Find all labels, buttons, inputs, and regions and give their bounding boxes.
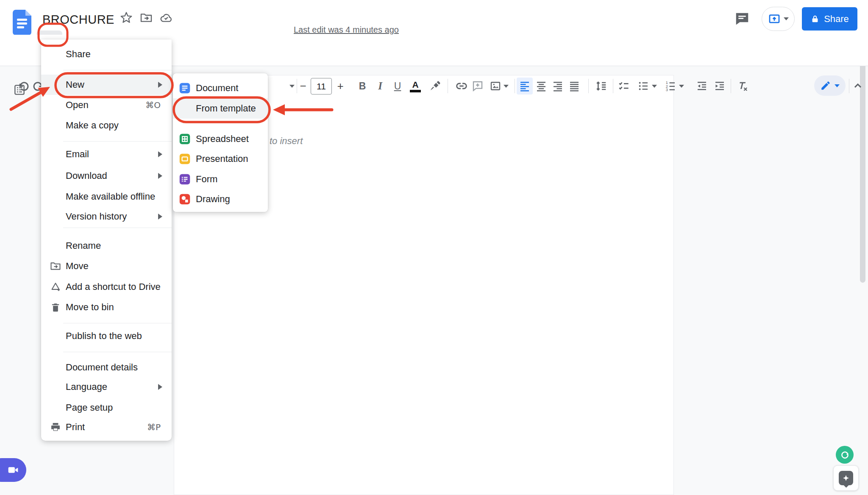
line-spacing-icon	[594, 79, 608, 93]
submenu-item-presentation[interactable]: Presentation	[173, 149, 268, 169]
align-left-icon	[518, 80, 531, 92]
file-menu-item-add-shortcut-to-drive[interactable]: Add a shortcut to Drive	[41, 277, 172, 297]
add-comment-button[interactable]	[470, 78, 486, 95]
file-menu-item-open[interactable]: Open ⌘O	[41, 95, 172, 115]
checklist-button[interactable]	[616, 78, 632, 95]
align-left-button[interactable]	[517, 78, 533, 95]
document-title[interactable]: BROCHURE	[42, 13, 114, 27]
increase-indent-button[interactable]	[712, 78, 728, 95]
file-menu: Share New Open ⌘O Make a copy Email Down…	[41, 39, 172, 441]
italic-button[interactable]: I	[373, 78, 387, 95]
file-menu-item-page-setup[interactable]: Page setup	[41, 398, 172, 418]
submenu-arrow-icon	[158, 214, 162, 220]
clear-formatting-icon	[736, 80, 749, 92]
submenu-item-from-template[interactable]: From template	[173, 98, 268, 119]
align-center-button[interactable]	[533, 78, 549, 95]
grammarly-button[interactable]	[836, 446, 854, 464]
submenu-arrow-icon	[158, 82, 162, 88]
font-size-input[interactable]: 11	[311, 78, 332, 95]
submenu-item-spreadsheet[interactable]: Spreadsheet	[173, 129, 268, 149]
vertical-scrollbar-thumb[interactable]	[860, 62, 865, 283]
increase-font-size-button[interactable]: +	[333, 78, 348, 95]
file-menu-item-share[interactable]: Share	[41, 44, 172, 64]
explore-button[interactable]	[833, 465, 859, 491]
text-color-glyph: A	[412, 80, 418, 89]
file-menu-item-language[interactable]: Language	[41, 377, 172, 397]
toolbar-separator	[515, 79, 515, 93]
editing-mode-button[interactable]	[814, 75, 846, 96]
file-menu-item-document-details[interactable]: Document details	[41, 357, 172, 378]
insert-image-caret	[504, 85, 509, 88]
menu-separator	[63, 228, 172, 228]
shortcut-label: ⌘P	[147, 422, 161, 432]
lock-icon	[810, 14, 820, 24]
sheets-file-icon	[179, 133, 191, 145]
file-menu-item-print[interactable]: Print ⌘P	[41, 417, 172, 437]
file-menu-item-move[interactable]: Move	[41, 256, 172, 276]
toolbar-separator	[448, 79, 448, 93]
highlight-color-button[interactable]	[427, 78, 443, 95]
text-color-button[interactable]: A	[408, 78, 423, 95]
underline-button[interactable]: U	[390, 78, 405, 95]
hide-menus-button[interactable]	[850, 78, 865, 95]
present-button[interactable]	[762, 7, 795, 31]
new-submenu: Document From template Spreadsheet Prese…	[173, 73, 268, 212]
menu-separator	[63, 141, 172, 142]
header: BROCHURE File Edit View Insert Format To…	[0, 0, 868, 35]
increase-indent-icon	[713, 80, 726, 92]
insert-image-icon	[489, 80, 502, 92]
toolbar-separator	[613, 79, 613, 93]
insert-link-button[interactable]	[453, 78, 470, 95]
file-menu-item-rename[interactable]: Rename	[41, 236, 172, 256]
bullet-list-icon	[637, 80, 650, 92]
file-menu-item-version-history[interactable]: Version history	[41, 206, 172, 227]
file-menu-item-download[interactable]: Download	[41, 166, 172, 186]
link-icon	[455, 79, 468, 93]
clear-formatting-button[interactable]	[734, 78, 751, 95]
numbered-list-caret	[679, 85, 684, 88]
file-menu-item-publish-to-web[interactable]: Publish to the web	[41, 326, 172, 346]
insert-image-button[interactable]	[487, 78, 510, 95]
bullet-list-button[interactable]	[635, 78, 659, 95]
numbered-list-button[interactable]: 1 2 3	[662, 78, 686, 95]
decrease-font-size-button[interactable]: −	[296, 78, 310, 95]
menu-separator	[63, 70, 172, 70]
editing-mode-caret	[835, 84, 840, 87]
decrease-indent-icon	[696, 80, 708, 92]
grammarly-icon	[839, 449, 851, 461]
share-button[interactable]: Share	[802, 7, 857, 31]
file-menu-item-make-available-offline[interactable]: Make available offline	[41, 186, 172, 207]
bold-button[interactable]: B	[355, 78, 370, 95]
toolbar-separator	[731, 79, 731, 93]
align-right-button[interactable]	[550, 78, 566, 95]
present-dropdown-caret	[784, 17, 789, 20]
video-camera-icon	[6, 463, 20, 477]
undo-button[interactable]	[16, 78, 31, 95]
file-menu-item-email[interactable]: Email	[41, 144, 172, 164]
edit-pencil-icon	[820, 80, 831, 91]
cloud-saved-icon[interactable]	[159, 11, 173, 25]
submenu-item-form[interactable]: Form	[173, 169, 268, 189]
submenu-item-drawing[interactable]: Drawing	[173, 189, 268, 209]
slides-file-icon	[179, 153, 191, 165]
share-button-label: Share	[824, 14, 849, 25]
last-edit-link[interactable]: Last edit was 4 minutes ago	[294, 25, 399, 35]
menu-separator	[63, 352, 172, 352]
docs-logo[interactable]	[13, 10, 31, 35]
drawing-file-icon	[179, 193, 191, 205]
comments-icon[interactable]	[734, 11, 750, 27]
join-video-call-button[interactable]	[0, 458, 26, 482]
folder-move-icon[interactable]	[139, 11, 153, 25]
add-comment-icon	[471, 80, 484, 92]
file-menu-item-move-to-bin[interactable]: Move to bin	[41, 297, 172, 317]
submenu-item-document[interactable]: Document	[173, 78, 268, 98]
justify-button[interactable]	[566, 78, 582, 95]
line-spacing-button[interactable]	[593, 78, 609, 95]
toolbar-separator	[849, 79, 849, 93]
star-icon[interactable]	[120, 11, 133, 25]
decrease-indent-button[interactable]	[694, 78, 710, 95]
menu-separator	[181, 123, 259, 123]
folder-move-icon	[50, 260, 61, 272]
file-menu-item-new[interactable]: New	[41, 75, 172, 95]
file-menu-item-make-a-copy[interactable]: Make a copy	[41, 115, 172, 136]
